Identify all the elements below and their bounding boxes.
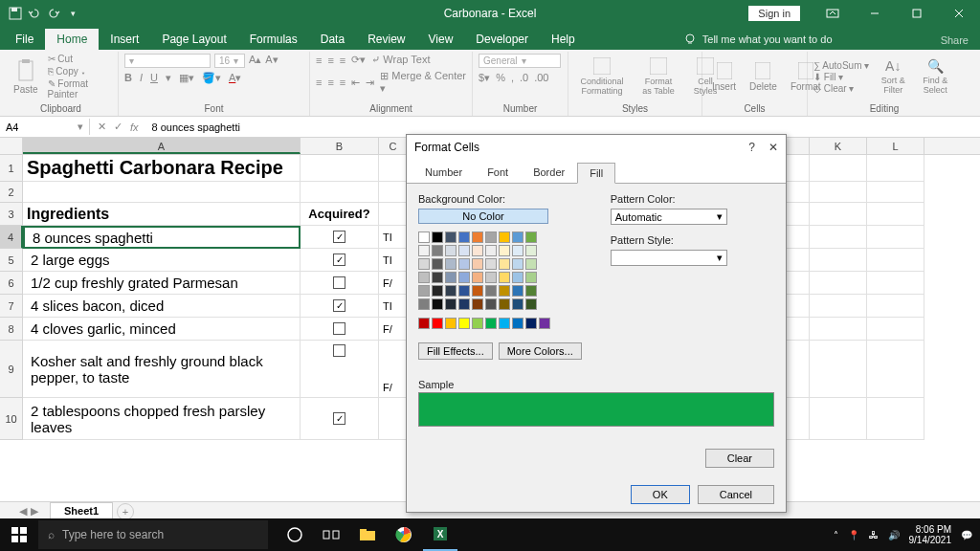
color-swatch[interactable] bbox=[499, 272, 510, 283]
tab-developer[interactable]: Developer bbox=[464, 29, 540, 50]
font-family-combo[interactable]: ▾ bbox=[124, 54, 211, 68]
font-color-button[interactable]: A▾ bbox=[229, 72, 241, 84]
cell-K10[interactable] bbox=[810, 398, 867, 440]
cell-L10[interactable] bbox=[867, 398, 924, 440]
row-header-3[interactable]: 3 bbox=[0, 203, 23, 226]
color-swatch[interactable] bbox=[445, 298, 457, 310]
cell-A10[interactable]: 2 tablespoons chopped fresh parsley leav… bbox=[23, 398, 301, 440]
color-swatch[interactable] bbox=[432, 285, 443, 297]
tray-chevron-icon[interactable]: ˄ bbox=[834, 530, 838, 540]
redo-icon[interactable] bbox=[46, 6, 61, 21]
color-swatch[interactable] bbox=[432, 245, 443, 256]
fill-button[interactable]: ⬇ Fill ▾ bbox=[813, 72, 869, 82]
color-swatch[interactable] bbox=[472, 258, 483, 270]
cell-C8[interactable]: F/ bbox=[379, 318, 408, 341]
tray-clock[interactable]: 8:06 PM 9/14/2021 bbox=[909, 524, 952, 545]
color-swatch[interactable] bbox=[472, 245, 483, 256]
cell-B10[interactable]: ✓ bbox=[301, 398, 379, 440]
dec-dec-icon[interactable]: .00 bbox=[534, 72, 548, 84]
color-swatch[interactable] bbox=[485, 298, 497, 310]
cell-B3[interactable]: Acquired? bbox=[301, 203, 379, 226]
cell-K6[interactable] bbox=[810, 272, 867, 295]
name-box[interactable]: A4▾ bbox=[0, 119, 90, 135]
cell-C1[interactable] bbox=[379, 155, 408, 182]
save-icon[interactable] bbox=[8, 6, 23, 21]
cell-L4[interactable] bbox=[867, 226, 924, 249]
color-swatch[interactable] bbox=[418, 298, 430, 310]
taskview-icon[interactable] bbox=[314, 518, 348, 551]
col-header-B[interactable]: B bbox=[301, 138, 379, 154]
dlg-tab-border[interactable]: Border bbox=[521, 162, 577, 183]
row-header-4[interactable]: 4 bbox=[0, 226, 23, 249]
color-swatch[interactable] bbox=[525, 285, 537, 297]
color-swatch[interactable] bbox=[485, 245, 497, 256]
row-header-10[interactable]: 10 bbox=[0, 398, 23, 440]
tab-view[interactable]: View bbox=[417, 29, 465, 50]
row-header-7[interactable]: 7 bbox=[0, 295, 23, 318]
color-swatch[interactable] bbox=[418, 258, 430, 270]
color-swatch[interactable] bbox=[458, 245, 470, 256]
color-swatch[interactable] bbox=[499, 258, 510, 270]
fill-effects-button[interactable]: Fill Effects... bbox=[418, 342, 493, 360]
color-swatch[interactable] bbox=[525, 258, 537, 270]
cell-L1[interactable] bbox=[867, 155, 924, 182]
color-swatch[interactable] bbox=[512, 298, 523, 310]
underline-button[interactable]: U bbox=[150, 72, 158, 84]
delete-cells-button[interactable]: Delete bbox=[746, 60, 781, 94]
tab-pagelayout[interactable]: Page Layout bbox=[150, 29, 237, 50]
color-swatch[interactable] bbox=[525, 318, 537, 329]
taskbar-search[interactable]: ⌕Type here to search bbox=[38, 520, 268, 549]
color-swatch[interactable] bbox=[539, 318, 550, 329]
dlg-tab-font[interactable]: Font bbox=[475, 162, 521, 183]
cell-C10[interactable] bbox=[379, 398, 408, 440]
color-swatch[interactable] bbox=[499, 245, 510, 256]
cell-K5[interactable] bbox=[810, 249, 867, 272]
checkbox-row8[interactable] bbox=[333, 322, 345, 335]
row-header-2[interactable]: 2 bbox=[0, 182, 23, 203]
color-swatch[interactable] bbox=[525, 298, 537, 310]
color-swatch[interactable] bbox=[472, 298, 483, 310]
checkbox-row10[interactable]: ✓ bbox=[333, 412, 345, 425]
color-swatch[interactable] bbox=[445, 318, 457, 329]
cell-C2[interactable] bbox=[379, 182, 408, 203]
cell-K7[interactable] bbox=[810, 295, 867, 318]
sort-filter-button[interactable]: A↓Sort & Filter bbox=[875, 56, 911, 97]
color-swatch[interactable] bbox=[458, 231, 470, 243]
clear-button[interactable]: ◇ Clear ▾ bbox=[813, 83, 869, 94]
cell-B5[interactable]: ✓ bbox=[301, 249, 379, 272]
sheet-nav-prev-icon[interactable]: ◀ bbox=[19, 505, 27, 518]
ribbon-display-icon[interactable] bbox=[812, 0, 854, 27]
checkbox-row4[interactable]: ✓ bbox=[333, 231, 345, 243]
tab-review[interactable]: Review bbox=[356, 29, 416, 50]
color-swatch[interactable] bbox=[485, 258, 497, 270]
col-header-C[interactable]: C bbox=[379, 138, 408, 154]
chrome-icon[interactable] bbox=[387, 518, 421, 551]
color-swatch[interactable] bbox=[499, 231, 510, 243]
cell-K4[interactable] bbox=[810, 226, 867, 249]
cell-K9[interactable] bbox=[810, 341, 867, 398]
align-bot-icon[interactable]: ≡ bbox=[340, 55, 345, 66]
tab-help[interactable]: Help bbox=[540, 29, 587, 50]
color-swatch[interactable] bbox=[472, 272, 483, 283]
cell-L5[interactable] bbox=[867, 249, 924, 272]
select-all-corner[interactable] bbox=[0, 138, 23, 154]
cell-K3[interactable] bbox=[810, 203, 867, 226]
format-table-button[interactable]: Format as Table bbox=[635, 55, 681, 98]
col-header-A[interactable]: A bbox=[23, 138, 301, 154]
insert-cells-button[interactable]: Insert bbox=[708, 60, 740, 94]
cancel-formula-icon[interactable]: ✕ bbox=[98, 121, 106, 133]
color-swatch[interactable] bbox=[512, 258, 523, 270]
color-swatch[interactable] bbox=[472, 318, 483, 329]
color-swatch[interactable] bbox=[512, 318, 523, 329]
cell-L6[interactable] bbox=[867, 272, 924, 295]
color-swatch[interactable] bbox=[458, 258, 470, 270]
cell-C7[interactable]: TI bbox=[379, 295, 408, 318]
excel-icon[interactable]: X bbox=[423, 518, 457, 551]
color-swatch[interactable] bbox=[445, 285, 457, 297]
comma-icon[interactable]: , bbox=[511, 72, 514, 84]
undo-icon[interactable] bbox=[27, 6, 42, 21]
add-sheet-button[interactable]: + bbox=[117, 503, 134, 520]
color-swatch[interactable] bbox=[472, 285, 483, 297]
color-swatch[interactable] bbox=[499, 285, 510, 297]
cell-L2[interactable] bbox=[867, 182, 924, 203]
